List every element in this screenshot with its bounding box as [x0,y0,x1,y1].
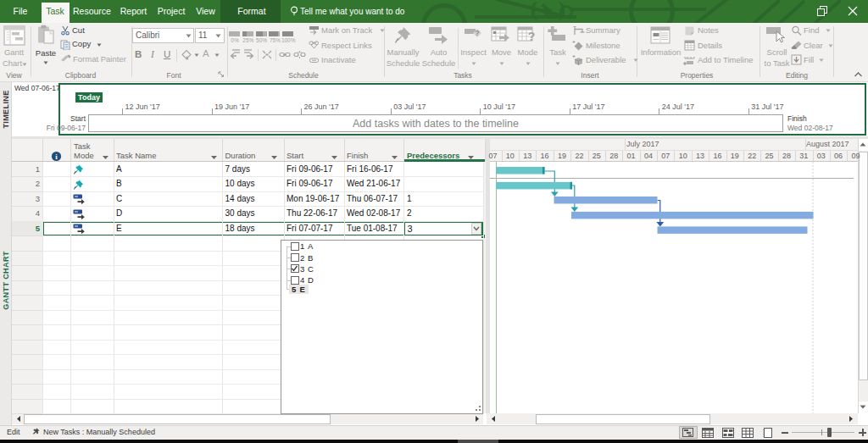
svg-text:?: ? [528,30,536,43]
svg-text:?: ? [475,29,480,37]
